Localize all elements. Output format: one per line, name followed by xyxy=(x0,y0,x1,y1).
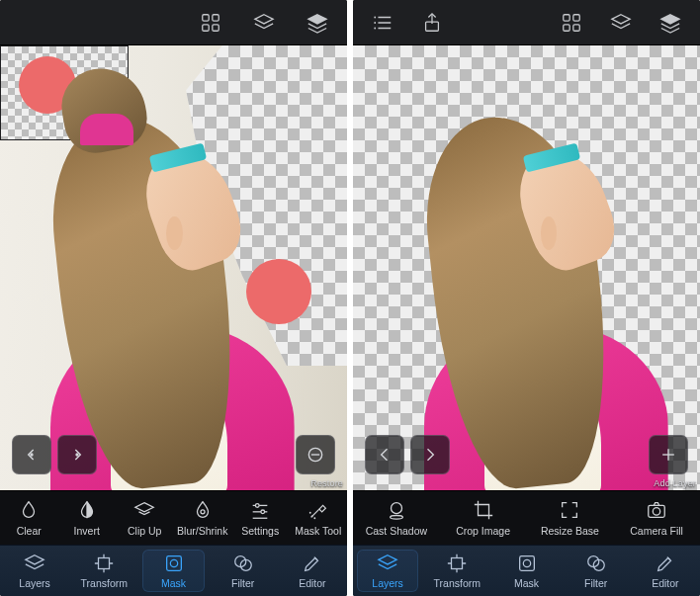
share-icon[interactable] xyxy=(420,11,444,35)
tab-mask[interactable]: Mask xyxy=(138,546,208,596)
tool-label: Camera Fill xyxy=(630,525,683,537)
restore-label: Restore xyxy=(310,478,343,488)
undo-button[interactable] xyxy=(12,435,51,474)
svg-marker-4 xyxy=(255,14,273,23)
tab-filter[interactable]: Filter xyxy=(562,546,631,596)
svg-rect-47 xyxy=(519,556,534,571)
right-tabbar: Layers Transform Mask Filter Editor xyxy=(353,545,700,596)
tool-camera-fill[interactable]: Camera Fill xyxy=(613,491,700,545)
svg-rect-2 xyxy=(203,24,209,30)
add-layer-label: Add Layer xyxy=(654,478,696,488)
tab-transform[interactable]: Transform xyxy=(422,546,491,596)
tab-label: Layers xyxy=(19,577,50,589)
svg-rect-21 xyxy=(99,558,110,569)
redo-button[interactable] xyxy=(57,435,97,474)
stack-outline-icon[interactable] xyxy=(609,11,633,35)
svg-rect-3 xyxy=(213,24,219,30)
next-layer-button[interactable] xyxy=(410,435,450,474)
tab-label: Mask xyxy=(514,577,539,589)
tool-label: Clear xyxy=(17,525,42,537)
prev-layer-button[interactable] xyxy=(365,435,404,474)
tool-resize-base[interactable]: Resize Base xyxy=(527,491,614,545)
stack-filled-icon[interactable] xyxy=(658,11,682,35)
left-pane: Restore Clear Invert Clip Up Blur/Shrink xyxy=(0,0,347,596)
tab-mask[interactable]: Mask xyxy=(491,546,561,596)
left-topbar xyxy=(0,0,347,45)
svg-point-7 xyxy=(75,453,78,456)
tool-settings[interactable]: Settings xyxy=(231,491,290,545)
list-icon[interactable] xyxy=(371,11,394,35)
svg-marker-10 xyxy=(135,503,153,512)
right-pane: Add Layer Cast Shadow Crop Image Resize … xyxy=(353,0,700,596)
tab-editor[interactable]: Editor xyxy=(278,546,347,596)
photo-subject xyxy=(28,90,306,490)
tool-label: Clip Up xyxy=(128,525,161,537)
svg-marker-37 xyxy=(612,14,630,23)
svg-marker-38 xyxy=(661,14,679,23)
left-toolrow: Clear Invert Clip Up Blur/Shrink Setting… xyxy=(0,490,347,545)
stack-filled-icon[interactable] xyxy=(306,11,329,35)
svg-rect-22 xyxy=(166,556,181,571)
tool-invert[interactable]: Invert xyxy=(58,491,117,545)
tab-label: Editor xyxy=(652,577,678,589)
tab-label: Filter xyxy=(231,577,254,589)
tool-blur-shrink[interactable]: Blur/Shrink xyxy=(174,491,232,545)
svg-point-30 xyxy=(374,22,376,24)
svg-rect-36 xyxy=(573,24,579,30)
tool-label: Invert xyxy=(74,525,100,537)
svg-rect-35 xyxy=(564,24,569,30)
tool-cast-shadow[interactable]: Cast Shadow xyxy=(353,491,440,545)
mask-preview-inset xyxy=(0,45,129,140)
tool-clipup[interactable]: Clip Up xyxy=(116,491,174,545)
tab-label: Mask xyxy=(161,577,186,589)
svg-rect-34 xyxy=(573,14,579,20)
grid-icon[interactable] xyxy=(560,11,583,35)
tool-label: Blur/Shrink xyxy=(177,525,227,537)
svg-rect-33 xyxy=(564,14,569,20)
svg-marker-20 xyxy=(26,555,44,564)
tool-label: Cast Shadow xyxy=(366,525,427,537)
tab-label: Editor xyxy=(299,577,325,589)
left-canvas[interactable]: Restore xyxy=(0,45,347,490)
tab-label: Transform xyxy=(81,577,128,589)
restore-button[interactable] xyxy=(296,435,335,474)
svg-point-31 xyxy=(374,27,376,29)
tool-label: Crop Image xyxy=(456,525,510,537)
svg-point-42 xyxy=(390,516,402,520)
svg-rect-46 xyxy=(452,558,463,569)
tool-clear[interactable]: Clear xyxy=(0,491,58,545)
tab-transform[interactable]: Transform xyxy=(69,546,138,596)
photo-subject xyxy=(401,90,679,490)
tab-editor[interactable]: Editor xyxy=(631,546,700,596)
tab-filter[interactable]: Filter xyxy=(209,546,278,596)
stack-outline-icon[interactable] xyxy=(252,11,276,35)
svg-point-23 xyxy=(170,559,177,566)
tab-label: Filter xyxy=(584,577,607,589)
right-toolrow: Cast Shadow Crop Image Resize Base Camer… xyxy=(353,490,700,545)
tool-masktool[interactable]: Mask Tool xyxy=(290,491,348,545)
add-layer-button[interactable] xyxy=(649,435,688,474)
tab-layers[interactable]: Layers xyxy=(0,546,69,596)
svg-rect-1 xyxy=(213,14,219,20)
svg-point-18 xyxy=(309,512,311,514)
tab-layers[interactable]: Layers xyxy=(353,546,422,596)
grid-icon[interactable] xyxy=(199,11,222,35)
svg-point-29 xyxy=(374,16,376,18)
svg-point-19 xyxy=(313,517,315,519)
svg-rect-0 xyxy=(203,14,209,20)
svg-marker-45 xyxy=(379,555,396,564)
svg-point-11 xyxy=(201,510,205,514)
tool-crop-image[interactable]: Crop Image xyxy=(440,491,527,545)
tab-label: Layers xyxy=(372,577,403,589)
tool-label: Settings xyxy=(241,525,279,537)
svg-point-6 xyxy=(30,453,33,456)
svg-marker-5 xyxy=(308,14,326,23)
svg-point-41 xyxy=(391,503,401,514)
svg-point-15 xyxy=(261,510,265,514)
tab-label: Transform xyxy=(434,577,481,589)
right-canvas[interactable]: Add Layer xyxy=(353,45,700,490)
left-tabbar: Layers Transform Mask Filter Editor xyxy=(0,545,347,596)
right-topbar xyxy=(353,0,700,45)
tool-label: Resize Base xyxy=(541,525,599,537)
svg-point-13 xyxy=(256,504,260,508)
